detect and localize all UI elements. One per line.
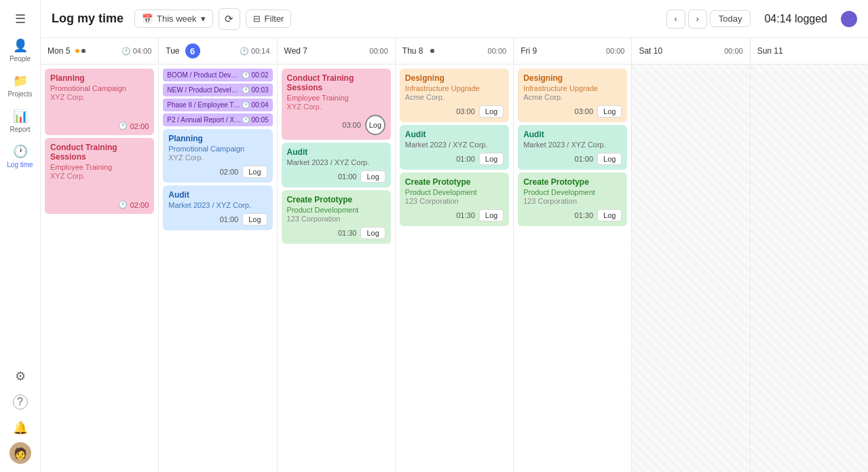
time-badge-mon: 🕐 04:00	[121, 47, 152, 56]
log-btn-wed-2[interactable]: Log	[360, 170, 385, 183]
sidebar-item-projects[interactable]: 📁 Projects	[3, 69, 38, 102]
card-wed-3: Create Prototype Product Development 123…	[282, 190, 391, 244]
filter-icon: ⊟	[253, 14, 261, 24]
settings-icon: ⚙	[15, 369, 26, 384]
log-btn-fri-2[interactable]: Log	[597, 153, 622, 165]
card-wed-3-sub: Product Development	[287, 206, 385, 214]
filter-label: Filter	[265, 14, 284, 24]
log-btn-fri-1[interactable]: Log	[597, 105, 622, 117]
calendar-body: Planning Promotional Campaign XYZ Corp. …	[41, 65, 868, 472]
card-fri-3-footer: 01:30 Log	[523, 209, 622, 221]
card-wed-2-title: Audit	[287, 147, 385, 157]
time-val-sat: 00:00	[724, 47, 743, 55]
page-title: Log my time	[52, 12, 124, 26]
card-tue-1-title: Planning	[168, 134, 267, 143]
sidebar-item-people[interactable]: 👤 People	[3, 34, 38, 67]
calendar-icon: 📅	[142, 14, 153, 24]
card-mon-2-title: Conduct Training Sessions	[50, 143, 149, 162]
tue-small-4: P2 / Annual Report / XYZ 🕐 00:05	[163, 113, 272, 126]
card-tue-2-time: 01:00	[220, 215, 239, 223]
card-mon-2: Conduct Training Sessions Employee Train…	[45, 138, 154, 214]
logtime-icon: 🕐	[13, 144, 28, 159]
card-thu-3-title: Create Prototype	[405, 177, 504, 187]
day-name-sun: Sun 11	[757, 46, 783, 56]
week-selector[interactable]: 📅 This week ▾	[134, 10, 213, 28]
tue-small-3: Phase II / Employee Train 🕐 00:04	[163, 98, 272, 111]
day-headers: Mon 5 🕐 04:00 Tue 6 🕐 00:14	[41, 38, 868, 65]
menu-icon[interactable]: ☰	[8, 7, 33, 31]
card-tue-2-footer: 01:00 Log	[168, 213, 267, 225]
sidebar-item-logtime[interactable]: 🕐 Log time	[3, 140, 38, 173]
card-thu-3-time: 01:30	[456, 211, 475, 219]
card-fri-2-time: 01:00	[575, 155, 594, 163]
refresh-button[interactable]: ⟳	[219, 8, 240, 30]
card-fri-3-title: Create Prototype	[523, 177, 622, 187]
sidebar-label-people: People	[10, 55, 31, 62]
card-tue-2-title: Audit	[168, 190, 267, 200]
sidebar-item-report[interactable]: 📊 Report	[3, 105, 38, 137]
sidebar-item-notifications[interactable]: 🔔	[3, 416, 38, 439]
log-btn-fri-3[interactable]: Log	[597, 209, 622, 221]
card-fri-1-sub: Infrastructure Upgrade	[523, 84, 622, 92]
time-badge-tue: 🕐 00:14	[240, 47, 270, 56]
time-val-mon: 04:00	[133, 47, 152, 55]
clock-icon-tue: 🕐	[240, 47, 249, 56]
logged-time: 04:14	[764, 13, 791, 24]
card-wed-1-title: Conduct Training Sessions	[287, 73, 385, 92]
card-tue-1-footer: 02:00 Log	[168, 166, 267, 178]
day-name-thu: Thu 8	[402, 46, 423, 56]
log-btn-circle-wed[interactable]: Log	[365, 115, 385, 135]
col-mon: Planning Promotional Campaign XYZ Corp. …	[41, 65, 159, 472]
card-wed-3-time: 01:30	[338, 229, 357, 237]
tue-small-1-time: 🕐 00:02	[242, 71, 269, 79]
sidebar: ☰ 👤 People 📁 Projects 📊 Report 🕐 Log tim…	[0, 0, 41, 472]
filter-button[interactable]: ⊟ Filter	[246, 10, 292, 28]
card-wed-2: Audit Market 2023 / XYZ Corp. 01:00 Log	[282, 143, 391, 187]
card-fri-1: Designing Infrastructure Upgrade Acme Co…	[518, 69, 627, 122]
card-wed-2-time: 01:00	[338, 173, 357, 181]
card-mon-1-company: XYZ Corp.	[50, 93, 149, 101]
log-btn-thu-2[interactable]: Log	[479, 153, 504, 165]
log-btn-tue-1[interactable]: Log	[242, 166, 267, 178]
dot-dark	[81, 49, 86, 53]
day-header-tue: Tue 6 🕐 00:14	[159, 38, 277, 64]
dot-thu	[430, 49, 434, 53]
sidebar-item-help[interactable]: ?	[3, 391, 38, 414]
avatar[interactable]: 🧑	[10, 442, 31, 464]
card-thu-3-footer: 01:30 Log	[405, 209, 504, 221]
log-btn-thu-1[interactable]: Log	[479, 105, 504, 117]
card-fri-3: Create Prototype Product Development 123…	[518, 173, 627, 226]
time-badge-wed: 00:00	[369, 47, 388, 55]
tue-small-4-time: 🕐 00:05	[242, 116, 269, 124]
card-fri-1-company: Acme Corp.	[523, 93, 622, 101]
card-thu-3: Create Prototype Product Development 123…	[400, 173, 509, 226]
card-fri-2-footer: 01:00 Log	[523, 153, 622, 165]
log-btn-wed-3[interactable]: Log	[360, 227, 385, 239]
card-wed-2-sub: Market 2023 / XYZ Corp.	[287, 158, 385, 166]
card-wed-3-company: 123 Corporation	[287, 215, 385, 223]
header-controls: 📅 This week ▾ ⟳ ⊟ Filter	[134, 8, 291, 30]
today-button[interactable]: Today	[710, 10, 751, 27]
card-fri-1-footer: 03:00 Log	[523, 105, 622, 117]
week-label: This week	[157, 14, 197, 24]
chevron-down-icon: ▾	[201, 14, 206, 24]
card-thu-2: Audit Market 2023 / XYZ Corp. 01:00 Log	[400, 125, 509, 170]
day-dots-mon	[75, 49, 86, 53]
log-btn-tue-2[interactable]: Log	[242, 213, 267, 225]
sidebar-item-settings[interactable]: ⚙	[3, 365, 38, 388]
log-btn-thu-3[interactable]: Log	[479, 209, 504, 221]
main-content: Log my time 📅 This week ▾ ⟳ ⊟ Filter ‹ ›…	[41, 0, 868, 472]
card-thu-1-sub: Infrastructure Upgrade	[405, 84, 504, 92]
projects-icon: 📁	[13, 73, 28, 88]
prev-button[interactable]: ‹	[666, 10, 685, 29]
day-header-sat: Sat 10 00:00	[632, 38, 750, 64]
col-tue: BOOM / Product Developm 🕐 00:02 NEW / Pr…	[159, 65, 277, 472]
card-fri-3-sub: Product Development	[523, 188, 622, 196]
card-mon-2-company: XYZ Corp.	[50, 172, 149, 180]
next-button[interactable]: ›	[688, 10, 707, 29]
card-mon-1-title: Planning	[50, 73, 149, 83]
card-tue-1-company: XYZ Corp.	[168, 153, 267, 162]
card-tue-1-time: 02:00	[220, 168, 239, 176]
card-fri-3-time: 01:30	[575, 211, 594, 219]
card-fri-2-title: Audit	[523, 130, 622, 139]
